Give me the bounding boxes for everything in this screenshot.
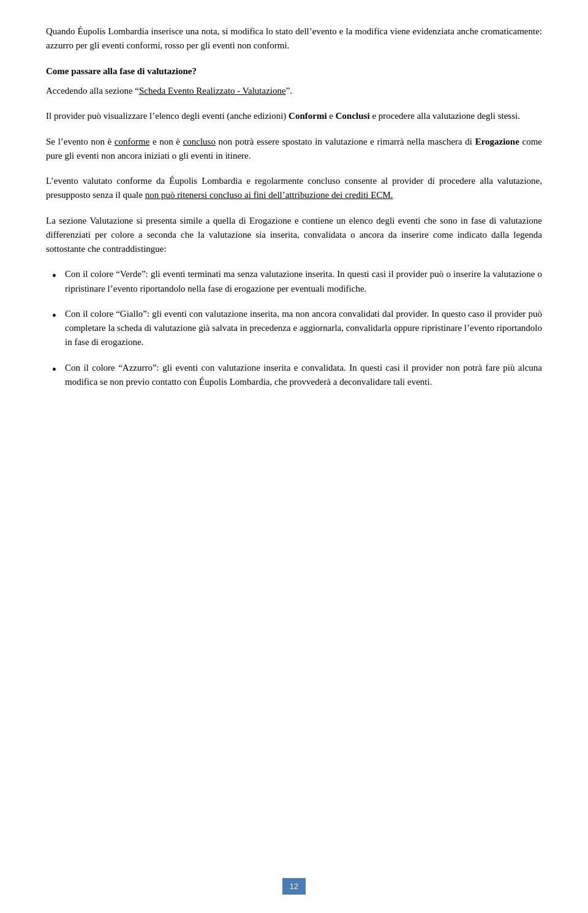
page-number: 12 xyxy=(290,882,298,891)
list-item: • Con il colore “Giallo”: gli eventi con… xyxy=(46,307,542,350)
paragraph-1-text: Quando Éupolis Lombardia inserisce una n… xyxy=(46,26,542,50)
bullet-dot-2: • xyxy=(52,307,56,324)
p2-link: Scheda Evento Realizzato - Valutazione xyxy=(139,86,286,96)
p4-mid2: non potrà essere spostato in valutazione… xyxy=(216,137,475,146)
list-item: • Con il colore “Verde”: gli eventi term… xyxy=(46,267,542,296)
bullet-text-2: Con il colore “Giallo”: gli eventi con v… xyxy=(65,307,542,350)
p3-mid: e xyxy=(327,111,336,121)
paragraph-5: L’evento valutato conforme da Éupolis Lo… xyxy=(46,174,542,203)
paragraph-1: Quando Éupolis Lombardia inserisce una n… xyxy=(46,25,542,53)
bullet-dot-3: • xyxy=(52,361,56,378)
heading-valutazione: Come passare alla fase di valutazione? xyxy=(46,64,542,78)
p2-prefix: Accedendo alla sezione “ xyxy=(46,86,139,96)
bullet-text-1: Con il colore “Verde”: gli eventi termin… xyxy=(65,267,542,296)
p3-bold2: Conclusi xyxy=(336,111,370,121)
paragraph-4: Se l’evento non è conforme e non è concl… xyxy=(46,135,542,164)
p3-prefix: Il provider può visualizzare l’elenco de… xyxy=(46,111,288,121)
p3-suffix: e procedere alla valutazione degli stess… xyxy=(370,111,520,121)
bullet-dot-1: • xyxy=(52,267,56,284)
p3-bold1: Conformi xyxy=(288,111,327,121)
p2-suffix: ”. xyxy=(286,86,292,96)
p4-bold: Erogazione xyxy=(475,137,519,146)
p6-text: La sezione Valutazione si presenta simil… xyxy=(46,216,542,254)
paragraph-2: Accedendo alla sezione “Scheda Evento Re… xyxy=(46,84,542,98)
p4-underline2: concluso xyxy=(183,137,216,146)
paragraph-3: Il provider può visualizzare l’elenco de… xyxy=(46,109,542,123)
list-item: • Con il colore “Azzurro”: gli eventi co… xyxy=(46,361,542,390)
p4-underline1: conforme xyxy=(115,137,149,146)
page-footer: 12 xyxy=(0,878,588,895)
p4-prefix: Se l’evento non è xyxy=(46,137,115,146)
p5-underline: non può ritenersi concluso ai fini dell’… xyxy=(145,190,393,200)
bullet-list: • Con il colore “Verde”: gli eventi term… xyxy=(46,267,542,389)
page-container: Quando Éupolis Lombardia inserisce una n… xyxy=(0,0,588,913)
paragraph-6: La sezione Valutazione si presenta simil… xyxy=(46,214,542,257)
page-number-box: 12 xyxy=(282,878,306,895)
p4-mid1: e non è xyxy=(149,137,183,146)
bullet-text-3: Con il colore “Azzurro”: gli eventi con … xyxy=(65,361,542,390)
heading-text: Come passare alla fase di valutazione? xyxy=(46,66,197,76)
